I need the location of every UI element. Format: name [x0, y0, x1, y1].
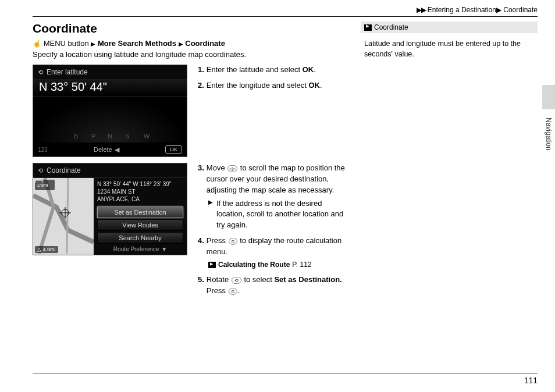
back-icon — [38, 68, 43, 76]
set-as-destination-item: Set as Destination — [97, 206, 183, 218]
cross-reference: Calculating the Route P. 112 — [198, 260, 350, 270]
map-scale: 1/8mi — [35, 180, 55, 190]
sidebar-header: Coordinate — [361, 22, 538, 33]
rotate-icon: ⟲ — [232, 277, 241, 284]
step-5: 5. Rotate ⟲ to select Set as Destination… — [198, 275, 350, 297]
page-title: Coordinate — [33, 22, 350, 35]
step-1: 1. Enter the latitude and select OK. — [198, 65, 350, 76]
breadcrumb-sep: ▶ — [496, 6, 501, 14]
description: Specify a location using latitude and lo… — [33, 50, 350, 59]
reference-icon — [208, 262, 216, 268]
map-thumbnail: 1/8mi △ 4.9mi — [33, 178, 94, 255]
back-icon — [38, 166, 43, 174]
latitude-value: N 33° 50' 44" — [33, 79, 187, 97]
breadcrumb-path2: Coordinate — [503, 6, 538, 14]
step-4: 4. Press ⊙ to display the route calculat… — [198, 236, 350, 258]
sidebar-note: Latitude and longitude must be entered u… — [361, 33, 538, 65]
finger-icon — [33, 39, 41, 48]
path-arrow-1: ▶ — [91, 41, 95, 47]
step-2: 2. Enter the longitude and select OK. — [198, 80, 350, 91]
coordinate-label: Coordinate — [185, 39, 225, 48]
step-3: 3. Move ◁○ to scroll the map to position… — [198, 163, 350, 196]
nav-path: MENU button ▶ More Search Methods ▶ Coor… — [33, 39, 350, 48]
press-icon: ⊙ — [229, 238, 237, 245]
joystick-icon: ◁○ — [227, 165, 237, 172]
breadcrumb: ▶▶ Entering a Destination▶ Coordinate — [33, 6, 538, 17]
ok-button: OK — [165, 145, 182, 154]
breadcrumb-arrows: ▶▶ — [417, 6, 426, 14]
breadcrumb-path1: Entering a Destination — [428, 6, 496, 14]
path-arrow-2: ▶ — [179, 41, 183, 47]
num-mode: 123 — [38, 147, 48, 153]
delete-button: Delete◀ — [94, 146, 119, 154]
screen1-header: Enter latitude — [47, 68, 88, 76]
coordinate-result-screenshot: Coordinate — [33, 163, 187, 255]
route-preference: Route Preference ▼ — [97, 246, 183, 252]
view-routes-item: View Routes — [97, 219, 183, 231]
step-3-sub: ▶ If the address is not the desired loca… — [198, 198, 350, 231]
map-distance: △ 4.9mi — [35, 246, 58, 253]
search-nearby-item: Search Nearby — [97, 232, 183, 244]
page-number: 111 — [33, 373, 538, 385]
more-search-methods: More Search Methods — [98, 39, 176, 48]
screen2-header: Coordinate — [47, 166, 81, 174]
menu-button-text: MENU button — [44, 39, 89, 48]
latitude-entry-screenshot: Enter latitude N 33° 50' 44" B P N S W 1… — [33, 65, 187, 157]
section-label: Navigation — [545, 117, 553, 151]
sidebar-reference-icon — [364, 24, 372, 31]
dial-area: B P N S W — [33, 97, 187, 143]
result-address: N 33° 50' 44" W 118° 23' 39" 1234 MAIN S… — [97, 180, 183, 203]
section-tab — [542, 85, 555, 109]
press-icon: ⊙ — [229, 288, 237, 295]
